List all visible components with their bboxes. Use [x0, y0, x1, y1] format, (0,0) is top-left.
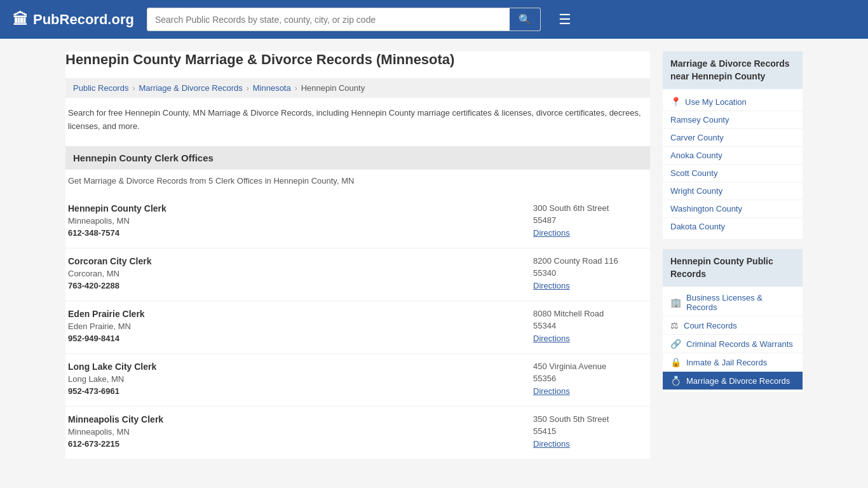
office-city-2: Eden Prairie, MN — [68, 322, 520, 331]
breadcrumb-minnesota[interactable]: Minnesota — [253, 83, 291, 93]
pub-rec-criminal[interactable]: Criminal Records & Warrants — [686, 339, 793, 349]
search-input[interactable] — [147, 10, 510, 30]
office-entry-1: Corcoran City Clerk Corcoran, MN 763-420… — [65, 248, 650, 301]
breadcrumb-current: Hennepin County — [301, 83, 365, 93]
clerk-section-header: Hennepin County Clerk Offices — [65, 146, 650, 170]
breadcrumb-marriage-records[interactable]: Marriage & Divorce Records — [139, 83, 242, 93]
business-icon: 🏢 — [670, 297, 681, 308]
sidebar-nearby-6[interactable]: Dakota County — [663, 218, 803, 235]
site-logo[interactable]: 🏛 PubRecord.org — [13, 11, 134, 29]
pub-rec-court[interactable]: Court Records — [684, 321, 737, 330]
office-right-4: 350 South 5th Street 55415 Directions — [520, 414, 648, 449]
nearby-dakota[interactable]: Dakota County — [670, 222, 725, 231]
nearby-washington[interactable]: Washington County — [670, 204, 742, 214]
office-entry-0: Hennepin County Clerk Minneapolis, MN 61… — [65, 196, 650, 248]
office-left-1: Corcoran City Clerk Corcoran, MN 763-420… — [68, 256, 520, 290]
office-right-0: 300 South 6th Street 55487 Directions — [520, 203, 648, 238]
pub-rec-2[interactable]: 🔗 Criminal Records & Warrants — [663, 335, 803, 353]
sidebar-nearby-5[interactable]: Washington County — [663, 200, 803, 218]
office-entry-3: Long Lake City Clerk Long Lake, MN 952-4… — [65, 354, 650, 407]
search-button[interactable]: 🔍 — [510, 8, 540, 30]
nearby-anoka[interactable]: Anoka County — [670, 151, 722, 160]
use-location-item[interactable]: 📍 Use My Location — [663, 93, 803, 111]
office-phone-4: 612-673-2215 — [68, 439, 520, 449]
main-content: Hennepin County Marriage & Divorce Recor… — [65, 51, 650, 459]
office-phone-1: 763-420-2288 — [68, 281, 520, 290]
directions-link-3[interactable]: Directions — [533, 386, 570, 396]
logo-text: PubRecord.org — [33, 11, 134, 28]
office-city-0: Minneapolis, MN — [68, 216, 520, 226]
nearby-list: 📍 Use My Location Ramsey County Carver C… — [663, 89, 803, 239]
sidebar: Marriage & Divorce Records near Hennepin… — [663, 51, 803, 459]
sidebar-nearby-1[interactable]: Carver County — [663, 129, 803, 147]
office-left-2: Eden Prairie Clerk Eden Prairie, MN 952-… — [68, 309, 520, 343]
directions-link-4[interactable]: Directions — [533, 439, 570, 449]
nearby-header: Marriage & Divorce Records near Hennepin… — [663, 51, 803, 89]
logo-icon: 🏛 — [13, 11, 28, 29]
office-left-4: Minneapolis City Clerk Minneapolis, MN 6… — [68, 414, 520, 449]
sidebar-nearby-4[interactable]: Wright County — [663, 182, 803, 200]
pub-rec-3[interactable]: 🔒 Inmate & Jail Records — [663, 353, 803, 372]
public-records-list: 🏢 Business Licenses & Records ⚖ Court Re… — [663, 287, 803, 392]
office-phone-2: 952-949-8414 — [68, 334, 520, 343]
main-container: Hennepin County Marriage & Divorce Recor… — [53, 39, 815, 471]
sidebar-nearby-2[interactable]: Anoka County — [663, 147, 803, 165]
marriage-icon: 💍 — [670, 376, 681, 386]
office-name-3: Long Lake City Clerk — [68, 362, 520, 372]
office-phone-0: 612-348-7574 — [68, 228, 520, 238]
breadcrumb-sep-1: › — [132, 84, 135, 93]
page-title: Hennepin County Marriage & Divorce Recor… — [65, 51, 650, 68]
pub-rec-1[interactable]: ⚖ Court Records — [663, 316, 803, 335]
court-icon: ⚖ — [670, 320, 679, 330]
office-phone-3: 952-473-6961 — [68, 386, 520, 396]
directions-link-2[interactable]: Directions — [533, 334, 570, 343]
nearby-carver[interactable]: Carver County — [670, 133, 724, 142]
directions-link-0[interactable]: Directions — [533, 228, 570, 238]
office-entry-2: Eden Prairie Clerk Eden Prairie, MN 952-… — [65, 301, 650, 354]
search-bar: 🔍 — [147, 8, 541, 31]
office-entry-4: Minneapolis City Clerk Minneapolis, MN 6… — [65, 407, 650, 459]
office-address-4: 350 South 5th Street — [533, 414, 648, 424]
office-left-3: Long Lake City Clerk Long Lake, MN 952-4… — [68, 362, 520, 396]
sidebar-nearby-0[interactable]: Ramsey County — [663, 111, 803, 129]
page-description: Search for free Hennepin County, MN Marr… — [65, 107, 650, 133]
clerk-sub-description: Get Marriage & Divorce Records from 5 Cl… — [65, 176, 650, 186]
office-name-2: Eden Prairie Clerk — [68, 309, 520, 319]
office-left-0: Hennepin County Clerk Minneapolis, MN 61… — [68, 203, 520, 238]
nearby-wright[interactable]: Wright County — [670, 186, 722, 196]
pub-rec-business[interactable]: Business Licenses & Records — [686, 293, 795, 312]
location-icon: 📍 — [670, 97, 681, 107]
sidebar-nearby-3[interactable]: Scott County — [663, 165, 803, 182]
office-name-0: Hennepin County Clerk — [68, 203, 520, 214]
pub-rec-0[interactable]: 🏢 Business Licenses & Records — [663, 289, 803, 316]
inmate-icon: 🔒 — [670, 357, 681, 367]
office-address-1: 8200 County Road 116 — [533, 256, 648, 266]
breadcrumb-sep-3: › — [295, 84, 297, 93]
nearby-scott[interactable]: Scott County — [670, 168, 717, 178]
nearby-box: Marriage & Divorce Records near Hennepin… — [663, 51, 803, 239]
office-zip-3: 55356 — [533, 374, 648, 383]
office-zip-0: 55487 — [533, 215, 648, 225]
office-right-3: 450 Virginia Avenue 55356 Directions — [520, 362, 648, 396]
office-city-4: Minneapolis, MN — [68, 427, 520, 437]
public-records-header: Hennepin County Public Records — [663, 249, 803, 287]
use-location-link[interactable]: Use My Location — [685, 97, 747, 107]
office-address-2: 8080 Mitchell Road — [533, 309, 648, 318]
office-city-1: Corcoran, MN — [68, 269, 520, 278]
office-zip-2: 55344 — [533, 321, 648, 330]
site-header: 🏛 PubRecord.org 🔍 ☰ — [0, 0, 868, 39]
office-name-1: Corcoran City Clerk — [68, 256, 520, 266]
menu-button[interactable]: ☰ — [553, 10, 576, 29]
office-zip-1: 55340 — [533, 268, 648, 278]
office-right-1: 8200 County Road 116 55340 Directions — [520, 256, 648, 290]
pub-rec-inmate[interactable]: Inmate & Jail Records — [686, 358, 767, 367]
pub-rec-marriage[interactable]: Marriage & Divorce Records — [686, 376, 790, 386]
office-name-4: Minneapolis City Clerk — [68, 414, 520, 424]
public-records-box: Hennepin County Public Records 🏢 Busines… — [663, 249, 803, 392]
directions-link-1[interactable]: Directions — [533, 281, 570, 290]
office-address-3: 450 Virginia Avenue — [533, 362, 648, 371]
pub-rec-4[interactable]: 💍 Marriage & Divorce Records — [663, 372, 803, 390]
breadcrumb-public-records[interactable]: Public Records — [73, 83, 128, 93]
nearby-ramsey[interactable]: Ramsey County — [670, 115, 729, 125]
office-list: Hennepin County Clerk Minneapolis, MN 61… — [65, 196, 650, 459]
